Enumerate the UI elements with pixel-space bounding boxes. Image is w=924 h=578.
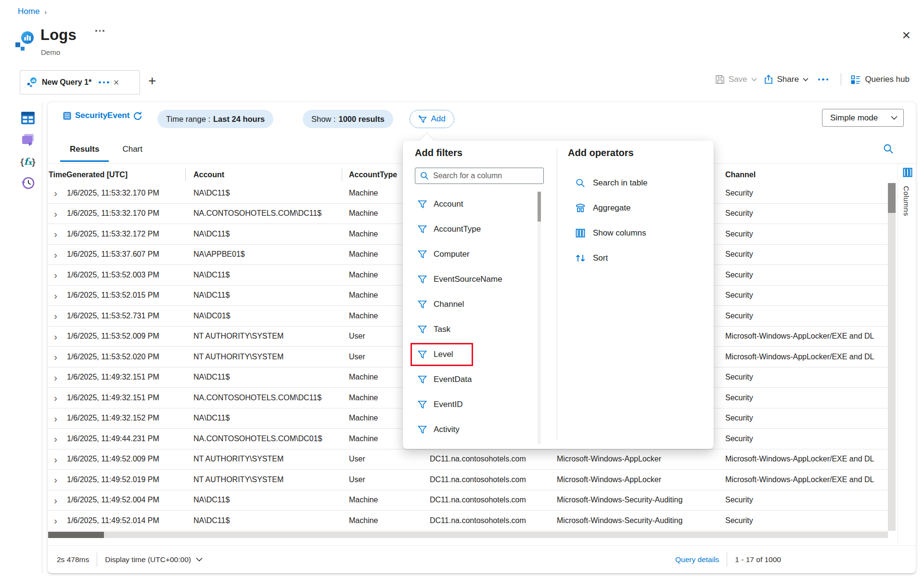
expand-row-chevron-icon[interactable]: › xyxy=(48,372,67,382)
expand-row-chevron-icon[interactable]: › xyxy=(48,188,67,198)
expand-row-chevron-icon[interactable]: › xyxy=(48,229,67,239)
tab-results[interactable]: Results xyxy=(60,142,109,162)
filter-item-accounttype[interactable]: AccountType xyxy=(403,217,547,242)
filter-funnel-icon xyxy=(418,325,427,334)
show-results-pill[interactable]: Show : 1000 results xyxy=(303,110,393,128)
query-tab-more-button[interactable] xyxy=(99,81,109,84)
header-account[interactable]: Account xyxy=(193,171,349,179)
time-range-pill[interactable]: Time range : Last 24 hours xyxy=(157,110,273,128)
column-search-input[interactable] xyxy=(433,171,534,180)
column-search-box[interactable] xyxy=(415,168,544,184)
expand-row-chevron-icon[interactable]: › xyxy=(48,331,67,342)
tab-chart[interactable]: Chart xyxy=(113,142,152,160)
vertical-scrollbar-thumb[interactable] xyxy=(888,183,896,213)
cell-channel: Microsoft-Windows-AppLocker/EXE and DL xyxy=(725,475,888,484)
operator-show-columns[interactable]: Show columns xyxy=(562,221,714,246)
operator-label: Aggregate xyxy=(593,203,630,213)
cell-computer: DC11.na.contosohotels.com xyxy=(430,475,557,484)
share-button[interactable]: Share xyxy=(764,75,808,84)
cell-timegenerated: 1/6/2025, 11:49:44.231 PM xyxy=(67,434,193,443)
operator-aggregate[interactable]: Aggregate xyxy=(562,196,714,221)
show-label: Show : xyxy=(311,115,335,124)
filter-item-task[interactable]: Task xyxy=(403,317,547,342)
operator-label: Sort xyxy=(593,253,608,263)
cell-account: NA\DC11$ xyxy=(193,373,349,381)
horizontal-scrollbar[interactable] xyxy=(48,532,888,538)
expand-row-chevron-icon[interactable]: › xyxy=(48,474,67,485)
operator-sort[interactable]: Sort xyxy=(562,246,714,271)
filter-item-eventid[interactable]: EventID xyxy=(403,392,547,417)
header-timegenerated[interactable]: TimeGenerated [UTC] xyxy=(48,171,193,179)
expand-row-chevron-icon[interactable]: › xyxy=(48,515,67,525)
cell-timegenerated: 1/6/2025, 11:49:52.009 PM xyxy=(67,455,193,463)
table-row[interactable]: › 1/6/2025, 11:49:52.019 PM NT AUTHORITY… xyxy=(48,470,888,490)
filter-item-eventsourcename[interactable]: EventSourceName xyxy=(403,267,547,292)
header-channel[interactable]: Channel xyxy=(725,171,888,179)
table-row[interactable]: › 1/6/2025, 11:49:52.009 PM NT AUTHORITY… xyxy=(48,449,888,470)
columns-panel-label[interactable]: Columns xyxy=(902,186,911,216)
queries-hub-icon xyxy=(851,75,861,85)
query-history-icon[interactable] xyxy=(20,175,36,191)
share-label: Share xyxy=(777,75,799,84)
filter-item-channel[interactable]: Channel xyxy=(403,292,547,317)
queries-hub-button[interactable]: Queries hub xyxy=(851,75,910,85)
filter-item-account[interactable]: Account xyxy=(403,192,547,217)
add-filters-popup: Add filters Account AccountType Computer xyxy=(403,141,714,449)
filter-item-activity[interactable]: Activity xyxy=(403,417,547,442)
add-filter-button[interactable]: Add xyxy=(410,110,454,128)
table-row[interactable]: › 1/6/2025, 11:49:52.014 PM NA\DC11$ Mac… xyxy=(48,511,888,531)
save-button[interactable]: Save xyxy=(715,75,757,84)
query-tab-close-icon[interactable]: × xyxy=(114,78,119,87)
filter-list-scrollbar[interactable] xyxy=(538,192,541,444)
breadcrumb-home-link[interactable]: Home xyxy=(18,7,39,16)
expand-row-chevron-icon[interactable]: › xyxy=(48,434,67,444)
expand-row-chevron-icon[interactable]: › xyxy=(48,393,67,403)
expand-row-chevron-icon[interactable]: › xyxy=(48,495,67,505)
vertical-scrollbar[interactable] xyxy=(888,183,896,531)
functions-icon[interactable]: {fx} xyxy=(20,154,36,169)
filter-funnel-icon xyxy=(418,375,427,384)
filter-item-computer[interactable]: Computer xyxy=(403,242,547,267)
tab-new-query-1[interactable]: New Query 1* × xyxy=(20,70,140,94)
title-more-button[interactable] xyxy=(95,30,104,32)
refresh-icon[interactable] xyxy=(133,111,142,120)
queries-icon[interactable] xyxy=(20,132,36,147)
share-chevron-icon[interactable] xyxy=(803,78,808,81)
horizontal-scrollbar-thumb[interactable] xyxy=(48,532,104,538)
cell-timegenerated: 1/6/2025, 11:53:32.172 PM xyxy=(67,230,193,238)
more-commands-button[interactable] xyxy=(815,79,832,81)
filter-item-level[interactable]: Level xyxy=(403,342,547,367)
status-divider xyxy=(727,552,727,567)
search-results-icon[interactable] xyxy=(883,144,894,154)
close-blade-icon[interactable]: × xyxy=(902,28,911,42)
new-tab-button[interactable]: + xyxy=(148,74,156,88)
mode-select-value: Simple mode xyxy=(830,113,878,123)
filter-funnel-icon xyxy=(418,425,427,434)
columns-panel-icon[interactable] xyxy=(903,168,912,177)
expand-row-chevron-icon[interactable]: › xyxy=(48,250,67,260)
expand-row-chevron-icon[interactable]: › xyxy=(48,311,67,321)
breadcrumb-chevron-icon: › xyxy=(44,8,47,16)
filter-item-label: Computer xyxy=(434,250,470,259)
table-row[interactable]: › 1/6/2025, 11:49:52.004 PM NA\DC11$ Mac… xyxy=(48,490,888,511)
filter-list-scrollbar-thumb[interactable] xyxy=(538,192,541,222)
expand-row-chevron-icon[interactable]: › xyxy=(48,209,67,219)
filter-item-partial[interactable] xyxy=(403,442,547,448)
table-chip-securityevent[interactable]: SecurityEvent xyxy=(63,111,142,120)
expand-row-chevron-icon[interactable]: › xyxy=(48,290,67,301)
tables-icon[interactable] xyxy=(20,110,36,126)
query-details-link[interactable]: Query details xyxy=(675,555,719,564)
mode-select[interactable]: Simple mode xyxy=(822,109,904,127)
expand-row-chevron-icon[interactable]: › xyxy=(48,270,67,280)
expand-row-chevron-icon[interactable]: › xyxy=(48,454,67,464)
operator-search-in-table[interactable]: Search in table xyxy=(562,171,714,196)
operator-list: Search in table Aggregate Show columns xyxy=(562,171,714,271)
filter-item-label: EventID xyxy=(434,400,462,409)
cell-timegenerated: 1/6/2025, 11:53:32.170 PM xyxy=(67,189,193,197)
expand-row-chevron-icon[interactable]: › xyxy=(48,413,67,423)
cell-accounttype: User xyxy=(349,455,430,463)
save-chevron-icon[interactable] xyxy=(751,78,757,81)
filter-item-eventdata[interactable]: EventData xyxy=(403,367,547,392)
expand-row-chevron-icon[interactable]: › xyxy=(48,352,67,362)
display-time-dropdown[interactable]: Display time (UTC+00:00) xyxy=(105,555,203,564)
